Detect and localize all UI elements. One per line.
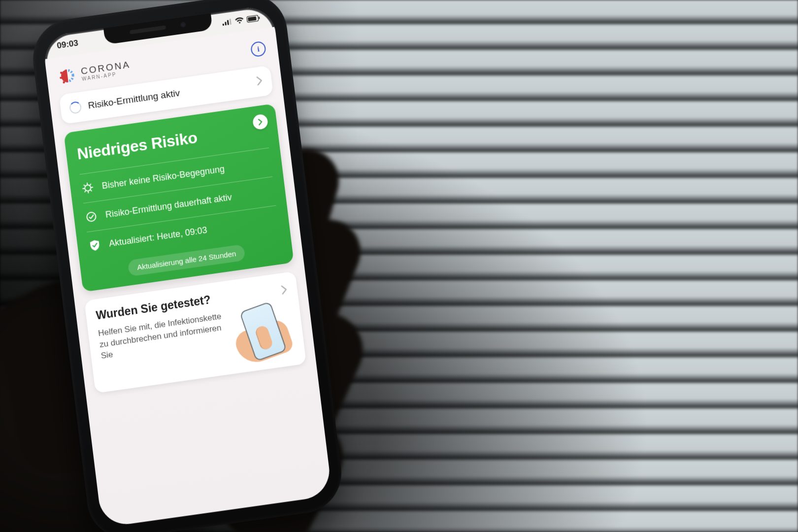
svg-rect-1 — [225, 22, 227, 25]
virus-icon — [81, 181, 95, 195]
exposure-logging-label: Risiko-Ermittlung aktiv — [88, 88, 181, 111]
battery-icon — [246, 14, 260, 23]
shield-icon — [88, 238, 102, 253]
info-button[interactable]: i — [250, 41, 266, 58]
check-circle-icon — [84, 209, 99, 224]
svg-point-14 — [86, 212, 96, 222]
phone-screen: 09:03 — [42, 4, 332, 528]
status-time: 09:03 — [56, 38, 78, 51]
svg-rect-3 — [229, 19, 231, 25]
hand-phone-illustration-icon — [230, 301, 295, 364]
cellular-icon — [222, 19, 233, 26]
app-logo-icon — [58, 66, 77, 86]
svg-rect-6 — [259, 16, 260, 19]
tested-card[interactable]: Wurden Sie getestet? Helfen Sie mit, die… — [84, 271, 306, 394]
svg-rect-0 — [223, 24, 224, 26]
chevron-right-icon — [256, 75, 264, 88]
tested-body-text: Helfen Sie mit, die Infektionskette zu d… — [98, 311, 229, 382]
app-brand: CORONA WARN-APP — [58, 58, 132, 86]
risk-item-text: Aktualisiert: Heute, 09:03 — [108, 224, 208, 249]
spinner-icon — [69, 101, 82, 114]
chevron-right-icon — [280, 284, 288, 297]
svg-rect-5 — [248, 16, 257, 21]
svg-rect-2 — [227, 20, 229, 25]
risk-card[interactable]: Niedriges Risiko Bisher keine — [64, 103, 294, 292]
wifi-icon — [234, 17, 244, 24]
status-icons — [222, 14, 261, 26]
svg-point-13 — [85, 185, 91, 192]
app-content: CORONA WARN-APP i Risiko-Ermittlung akti… — [45, 27, 332, 528]
